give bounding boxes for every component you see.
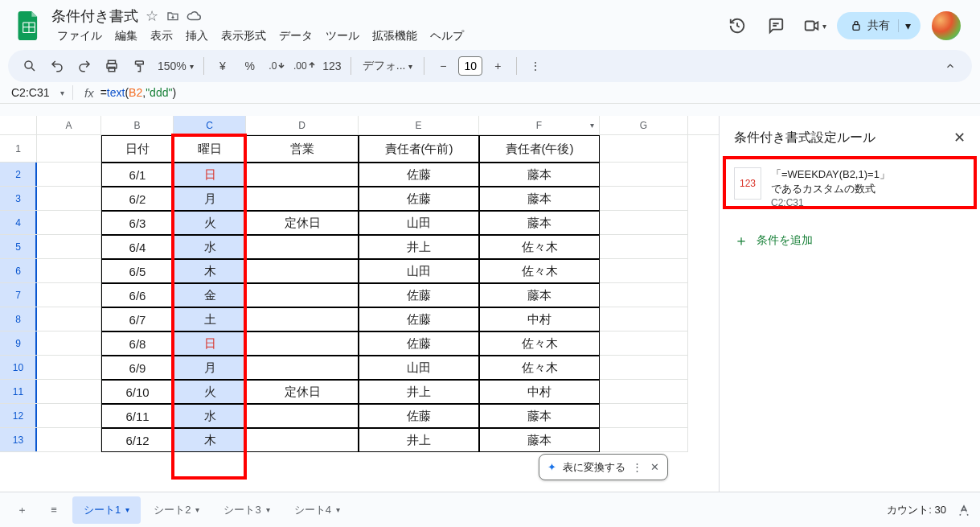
cell-9-D[interactable] [246,331,359,356]
row-header-8[interactable]: 8 [0,307,37,331]
cell-4-F[interactable]: 藤本 [479,211,600,235]
tip-label[interactable]: 表に変換する [563,460,625,475]
row-header-12[interactable]: 12 [0,404,37,428]
cell-10-D[interactable] [246,356,359,380]
cell-8-F[interactable]: 中村 [479,307,600,331]
print-icon[interactable] [100,54,124,78]
cell-3-G[interactable] [600,187,688,211]
col-header-D[interactable]: D [246,116,359,134]
move-icon[interactable] [166,9,180,23]
row-header-4[interactable]: 4 [0,211,37,235]
cell-5-C[interactable]: 水 [174,235,246,259]
menu-表示[interactable]: 表示 [145,27,178,45]
cell-10-B[interactable]: 6/9 [101,356,174,380]
cell-9-E[interactable]: 佐藤 [359,331,479,356]
cell-3-D[interactable] [246,187,359,211]
col-header-G[interactable]: G [600,116,688,134]
menu-ファイル[interactable]: ファイル [51,27,108,45]
cell-8-E[interactable]: 佐藤 [359,307,479,331]
add-sheet-icon[interactable]: ＋ [8,496,35,524]
redo-icon[interactable] [72,54,96,78]
share-button[interactable]: 共有 ▾ [837,12,921,39]
cell-5-F[interactable]: 佐々木 [479,235,600,259]
cell-10-F[interactable]: 佐々木 [479,356,600,380]
cell-1-A[interactable] [37,135,101,163]
cell-13-G[interactable] [600,428,688,452]
explore-icon[interactable] [956,502,972,518]
cell-10-G[interactable] [600,356,688,380]
formula-input[interactable]: =text(B2,"ddd") [100,86,176,99]
cell-11-F[interactable]: 中村 [479,380,600,404]
cell-2-F[interactable]: 藤本 [479,163,600,187]
cell-6-D[interactable] [246,259,359,283]
menu-拡張機能[interactable]: 拡張機能 [367,27,423,45]
cell-7-E[interactable]: 佐藤 [359,283,479,307]
cell-10-E[interactable]: 山田 [359,356,479,380]
cell-4-D[interactable]: 定休日 [246,211,359,235]
cell-11-G[interactable] [600,380,688,404]
tip-close-icon[interactable]: ✕ [649,459,661,475]
cell-11-C[interactable]: 火 [174,380,246,404]
cell-8-B[interactable]: 6/7 [101,307,174,331]
cell-8-G[interactable] [600,307,688,331]
add-rule-button[interactable]: ＋ 条件を追加 [720,218,980,263]
cell-7-B[interactable]: 6/6 [101,283,174,307]
tip-more-icon[interactable]: ⋮ [632,461,642,473]
cell-1-G[interactable] [600,135,688,163]
cell-1-F[interactable]: 責任者(午後) [479,135,600,163]
cell-2-A[interactable] [37,163,101,187]
cell-7-G[interactable] [600,283,688,307]
cell-13-E[interactable]: 井上 [359,428,479,452]
cell-3-C[interactable]: 月 [174,187,246,211]
history-icon[interactable] [721,10,753,42]
decrease-decimal-button[interactable]: .0 [265,54,289,78]
row-header-5[interactable]: 5 [0,235,37,259]
row-header-10[interactable]: 10 [0,356,37,380]
cell-4-C[interactable]: 火 [174,211,246,235]
cell-12-G[interactable] [600,404,688,428]
zoom-select[interactable]: 150%▾ [154,60,197,72]
cell-7-A[interactable] [37,283,101,307]
collapse-toolbar-icon[interactable] [938,54,962,78]
cell-1-E[interactable]: 責任者(午前) [359,135,479,163]
cell-12-D[interactable] [246,404,359,428]
cell-1-D[interactable]: 営業 [246,135,359,163]
cell-13-B[interactable]: 6/12 [101,428,174,452]
cell-8-A[interactable] [37,307,101,331]
cell-3-E[interactable]: 佐藤 [359,187,479,211]
cell-7-D[interactable] [246,283,359,307]
fx-icon[interactable]: fx [84,86,94,100]
search-icon[interactable] [18,54,42,78]
cell-11-D[interactable]: 定休日 [246,380,359,404]
cell-6-C[interactable]: 木 [174,259,246,283]
sheet-tab-1[interactable]: シート1▾ [72,496,141,524]
cell-4-E[interactable]: 山田 [359,211,479,235]
cell-5-B[interactable]: 6/4 [101,235,174,259]
cell-9-C[interactable]: 日 [174,331,246,356]
status-bar[interactable]: カウント: 30 [887,502,972,518]
cell-11-B[interactable]: 6/10 [101,380,174,404]
decrease-font-icon[interactable]: − [431,54,455,78]
sheet-tab-4[interactable]: シート4▾ [283,496,351,524]
all-sheets-icon[interactable]: ≡ [40,496,68,524]
undo-icon[interactable] [45,54,69,78]
cell-12-F[interactable]: 藤本 [479,404,600,428]
cell-11-A[interactable] [37,380,101,404]
font-select[interactable]: デフォ... ▾ [358,59,418,73]
close-icon[interactable]: ✕ [953,129,966,146]
cell-12-A[interactable] [37,404,101,428]
meet-icon[interactable]: ▾ [798,10,830,42]
menu-データ[interactable]: データ [273,27,318,45]
cell-2-B[interactable]: 6/1 [101,163,174,187]
sheet-tab-3[interactable]: シート3▾ [212,496,281,524]
cell-9-B[interactable]: 6/8 [101,331,174,356]
increase-decimal-button[interactable]: .00 [293,54,317,78]
col-header-C[interactable]: C [174,116,246,134]
col-header-F[interactable]: F [479,116,600,134]
cell-7-F[interactable]: 藤本 [479,283,600,307]
currency-button[interactable]: ¥ [211,54,235,78]
star-icon[interactable]: ☆ [145,9,159,23]
cell-1-C[interactable]: 曜日 [174,135,246,163]
cell-1-B[interactable]: 日付 [101,135,174,163]
cell-5-D[interactable] [246,235,359,259]
